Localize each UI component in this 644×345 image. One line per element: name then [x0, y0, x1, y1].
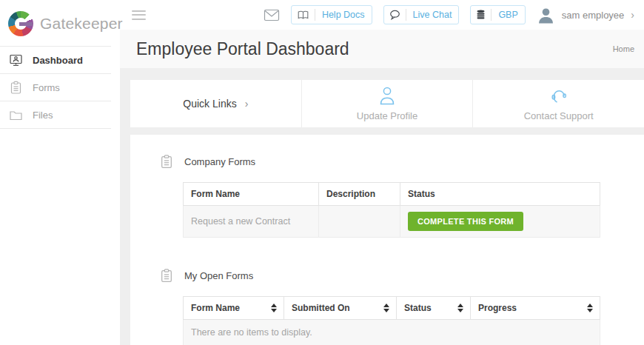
column-header-description: Description [319, 183, 400, 206]
description-cell [319, 206, 400, 238]
quick-links-bar: Quick Links › Update Profile Contac [130, 80, 644, 127]
dashboard-icon [9, 53, 23, 67]
currency-button[interactable]: GBP [470, 5, 525, 24]
currency-label: GBP [492, 10, 524, 20]
gatekeeper-logo-icon [8, 11, 33, 36]
person-icon [378, 86, 397, 107]
sortable-column-form-name[interactable]: Form Name [184, 297, 284, 320]
sortable-column-progress[interactable]: Progress [471, 297, 600, 320]
my-open-forms-header: My Open Forms [159, 268, 644, 284]
breadcrumb-home[interactable]: Home [613, 44, 634, 53]
clipboard-icon [159, 154, 174, 170]
sidebar-item-label: Files [33, 110, 53, 121]
sort-icon [457, 304, 463, 312]
top-bar: Help Docs Live Chat [120, 0, 644, 30]
quick-links-label: Quick Links [183, 98, 236, 110]
files-icon [9, 108, 23, 122]
column-label: Submitted On [292, 303, 350, 313]
envelope-icon [264, 9, 280, 21]
forms-icon [9, 81, 23, 95]
page-content: Quick Links › Update Profile Contac [120, 68, 644, 345]
menu-toggle-icon[interactable] [132, 10, 146, 20]
quick-links-toggle[interactable]: Quick Links › [130, 80, 301, 127]
complete-form-button[interactable]: COMPLETE THIS FORM [408, 212, 523, 231]
headset-icon [549, 86, 569, 107]
help-docs-button[interactable]: Help Docs [291, 5, 372, 24]
sidebar-nav: Dashboard Forms Files [0, 46, 111, 129]
live-chat-label: Live Chat [406, 10, 459, 20]
company-forms-table: Form Name Description Status Request a n… [183, 182, 600, 238]
brand-logo[interactable]: Gatekeeper [0, 0, 120, 38]
avatar-icon [537, 6, 555, 24]
sort-icon [383, 304, 389, 312]
quick-link-update-profile[interactable]: Update Profile [301, 80, 473, 127]
help-docs-label: Help Docs [315, 10, 372, 20]
user-name: sam employee [562, 10, 625, 21]
status-cell: COMPLETE THIS FORM [400, 206, 600, 238]
messages-button[interactable] [264, 9, 280, 21]
column-label: Status [404, 303, 432, 313]
sidebar-item-label: Forms [33, 82, 60, 93]
sidebar-item-files[interactable]: Files [0, 101, 111, 129]
column-header-form-name: Form Name [184, 183, 319, 206]
form-name-cell: Request a new Contract [184, 206, 319, 238]
sort-icon [587, 304, 593, 312]
user-menu[interactable]: sam employee › [537, 6, 634, 24]
section-title: Company Forms [184, 156, 255, 167]
chevron-right-icon: › [245, 98, 249, 110]
sortable-column-status[interactable]: Status [397, 297, 471, 320]
quick-link-label: Contact Support [524, 110, 594, 121]
top-bar-actions: Help Docs Live Chat [264, 5, 634, 24]
column-label: Form Name [191, 303, 240, 313]
sidebar-item-dashboard[interactable]: Dashboard [0, 47, 111, 74]
sidebar-item-label: Dashboard [33, 55, 83, 66]
quick-link-label: Update Profile [357, 110, 417, 121]
my-open-forms-table: Form Name Submitted On Status Progr [183, 296, 600, 345]
live-chat-button[interactable]: Live Chat [383, 5, 460, 24]
column-header-status: Status [400, 183, 600, 206]
page-title: Employee Portal Dashboard [136, 39, 349, 59]
speech-bubble-icon [389, 10, 400, 20]
clipboard-icon [159, 268, 174, 284]
sidebar-item-forms[interactable]: Forms [0, 74, 111, 101]
coins-icon [476, 10, 486, 20]
book-icon [297, 10, 309, 20]
company-forms-header: Company Forms [159, 154, 644, 170]
main-area: Help Docs Live Chat [120, 0, 644, 345]
empty-message: There are no items to display. [184, 320, 600, 345]
brand-name: Gatekeeper [40, 15, 123, 33]
title-bar: Employee Portal Dashboard Home [120, 30, 644, 68]
column-label: Progress [478, 303, 517, 313]
sidebar: Gatekeeper Dashboard Forms [0, 0, 120, 345]
section-title: My Open Forms [184, 270, 253, 281]
sort-icon [271, 304, 277, 312]
empty-row: There are no items to display. [184, 320, 600, 345]
table-row: Request a new Contract COMPLETE THIS FOR… [184, 206, 600, 238]
dashboard-card: Company Forms Form Name Description Stat… [130, 135, 644, 345]
sortable-column-submitted-on[interactable]: Submitted On [284, 297, 397, 320]
chevron-right-icon: › [631, 10, 634, 20]
quick-link-contact-support[interactable]: Contact Support [472, 80, 644, 127]
